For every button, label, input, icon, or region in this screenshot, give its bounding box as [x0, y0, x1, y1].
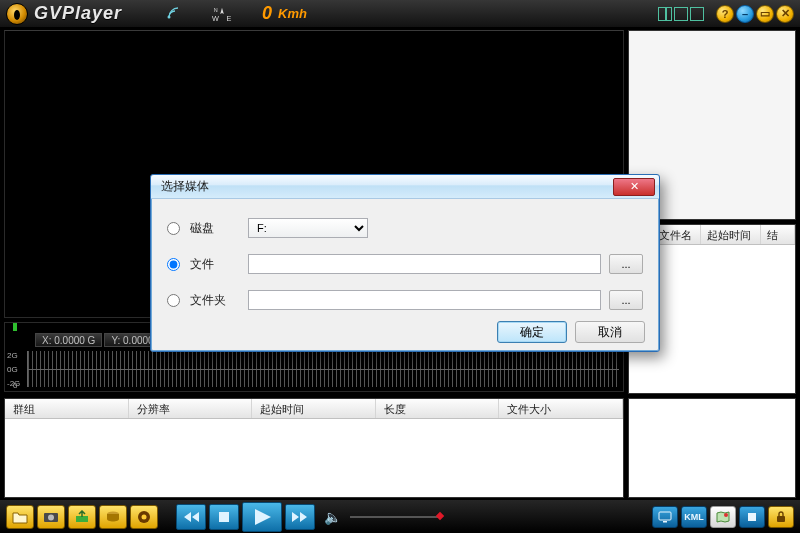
rewind-button[interactable] — [176, 504, 206, 530]
folder-path-input[interactable] — [248, 290, 601, 310]
svg-point-9 — [142, 514, 147, 519]
folder-browse-button[interactable]: ... — [609, 290, 643, 310]
settings-button[interactable] — [739, 506, 765, 528]
row-file: 文件 ... — [167, 253, 643, 275]
select-media-dialog: 选择媒体 ✕ 磁盘 F: 文件 ... 文件夹 ... 确定 取消 — [150, 174, 660, 352]
export-button[interactable] — [68, 505, 96, 529]
fastforward-button[interactable] — [285, 504, 315, 530]
monitor-button[interactable] — [652, 506, 678, 528]
svg-text:E: E — [227, 14, 232, 23]
clip-grid-header: 群组 分辨率 起始时间 长度 文件大小 — [5, 399, 623, 419]
lock-button[interactable] — [768, 506, 794, 528]
svg-text:W: W — [212, 14, 219, 23]
volume-icon[interactable]: 🔈 — [324, 509, 341, 525]
maximize-button[interactable]: ▭ — [756, 5, 774, 23]
gsensor-timeline[interactable] — [27, 351, 619, 387]
row-folder: 文件夹 ... — [167, 289, 643, 311]
row-disk: 磁盘 F: — [167, 217, 643, 239]
col-start[interactable]: 起始时间 — [252, 399, 376, 418]
speed-unit: Kmh — [278, 6, 307, 21]
col-start[interactable]: 起始时间 — [701, 225, 761, 244]
svg-rect-12 — [663, 521, 667, 523]
compass-icon: NWE — [212, 4, 232, 24]
dialog-body: 磁盘 F: 文件 ... 文件夹 ... — [151, 199, 659, 319]
label-file: 文件 — [190, 256, 240, 273]
app-logo-icon — [6, 3, 28, 25]
bottom-toolbar: 🔈 KML — [0, 500, 800, 533]
col-len[interactable]: 长度 — [376, 399, 500, 418]
speed-value: 0 — [262, 3, 272, 24]
clip-grid: 群组 分辨率 起始时间 长度 文件大小 — [4, 398, 624, 498]
app-title: GVPlayer — [34, 3, 122, 24]
kml-label: KML — [684, 512, 704, 522]
gsensor-zero: 0 — [13, 381, 17, 390]
col-name[interactable]: 文件名 — [653, 225, 701, 244]
file-browse-button[interactable]: ... — [609, 254, 643, 274]
svg-point-13 — [724, 513, 728, 517]
disk-button[interactable] — [99, 505, 127, 529]
play-button[interactable] — [242, 502, 282, 532]
layout-switch[interactable] — [658, 7, 704, 21]
map-export-button[interactable] — [710, 506, 736, 528]
dialog-title: 选择媒体 — [161, 178, 209, 195]
dialog-footer: 确定 取消 — [151, 319, 659, 351]
title-bar: GVPlayer NWE 0 Kmh ? – ▭ ✕ — [0, 0, 800, 28]
radio-folder[interactable] — [167, 294, 180, 307]
col-res[interactable]: 分辨率 — [129, 399, 253, 418]
label-disk: 磁盘 — [190, 220, 240, 237]
svg-point-5 — [48, 514, 54, 520]
svg-rect-15 — [777, 516, 785, 522]
volume-slider[interactable] — [350, 516, 440, 518]
file-path-input[interactable] — [248, 254, 601, 274]
svg-text:N: N — [214, 7, 218, 13]
layout-blank-icon — [690, 7, 704, 21]
gsensor-marker-icon — [13, 323, 17, 331]
dialog-close-button[interactable]: ✕ — [613, 178, 655, 196]
grid-area: 群组 分辨率 起始时间 长度 文件大小 — [4, 398, 796, 498]
col-size[interactable]: 文件大小 — [499, 399, 623, 418]
window-controls: ? – ▭ ✕ — [716, 5, 794, 23]
layout-single-icon — [674, 7, 688, 21]
cancel-button[interactable]: 取消 — [575, 321, 645, 343]
close-button[interactable]: ✕ — [776, 5, 794, 23]
col-end[interactable]: 结 — [761, 225, 795, 244]
clip-grid-body[interactable] — [5, 419, 623, 497]
svg-rect-14 — [748, 513, 756, 521]
open-folder-button[interactable] — [6, 505, 34, 529]
stop-button[interactable] — [209, 504, 239, 530]
ok-button[interactable]: 确定 — [497, 321, 567, 343]
svg-rect-10 — [219, 512, 229, 522]
svg-rect-11 — [659, 512, 671, 520]
col-group[interactable]: 群组 — [5, 399, 129, 418]
secondary-grid[interactable] — [628, 398, 796, 498]
radio-disk[interactable] — [167, 222, 180, 235]
kml-button[interactable]: KML — [681, 506, 707, 528]
layout-split-icon — [658, 7, 672, 21]
radio-file[interactable] — [167, 258, 180, 271]
disk-select[interactable]: F: — [248, 218, 368, 238]
minimize-button[interactable]: – — [736, 5, 754, 23]
label-folder: 文件夹 — [190, 292, 240, 309]
dialog-titlebar[interactable]: 选择媒体 ✕ — [151, 175, 659, 199]
snapshot-button[interactable] — [37, 505, 65, 529]
record-button[interactable] — [130, 505, 158, 529]
gsensor-x: X: 0.0000 G — [35, 333, 102, 347]
help-button[interactable]: ? — [716, 5, 734, 23]
satellite-icon — [162, 4, 182, 24]
